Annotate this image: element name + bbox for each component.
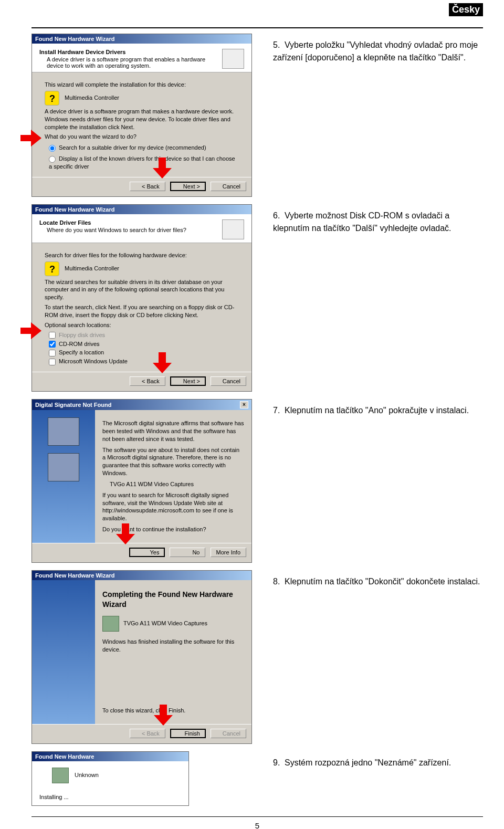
- device-header-icon: [222, 219, 244, 239]
- chk-winupdate-label: Microsoft Windows Update: [59, 358, 128, 364]
- dlg2-line2: The wizard searches for suitable drivers…: [45, 278, 239, 302]
- red-arrow-icon: [20, 322, 43, 339]
- red-arrow-icon: [116, 523, 135, 545]
- radio-opt2-label: Display a list of the known drivers for …: [49, 155, 235, 170]
- dlg5-title: Found New Hardware: [35, 753, 94, 760]
- dlg2-title: Found New Hardware Wizard: [35, 206, 114, 213]
- page-number: 5: [32, 816, 483, 829]
- dlg4-heading: Completing the Found New Hardware Wizard: [102, 590, 244, 610]
- next-button[interactable]: Next >: [170, 376, 206, 386]
- step-5-text: 5.Vyberte položku "Vyhledat vhodný ovlad…: [273, 34, 483, 64]
- check-cdrom[interactable]: CD-ROM drives: [49, 340, 239, 348]
- device-header-icon: [222, 49, 244, 69]
- radio-search-recommended[interactable]: Search for a suitable driver for my devi…: [49, 144, 239, 152]
- chk-floppy-label: Floppy disk drives: [59, 332, 105, 338]
- dlg4-line1: Windows has finished installing the soft…: [102, 638, 244, 654]
- disk-icon: [48, 417, 79, 446]
- next-button[interactable]: Next >: [170, 182, 206, 191]
- dialog-digital-signature: Digital Signature Not Found × The Micros…: [32, 399, 252, 563]
- close-icon[interactable]: ×: [240, 401, 248, 408]
- red-arrow-icon: [154, 705, 173, 727]
- step-6-row: Found New Hardware Wizard Locate Driver …: [32, 204, 483, 392]
- dlg3-p2: The software you are about to install do…: [102, 446, 244, 477]
- dlg1-sub: A device driver is a software program th…: [39, 55, 218, 69]
- question-icon: [45, 91, 59, 106]
- step-7-text: 7.Klepnutím na tlačítko "Ano" pokračujte…: [273, 399, 483, 417]
- cancel-button[interactable]: Cancel: [211, 376, 246, 386]
- dialog-completing-wizard: Found New Hardware Wizard Completing the…: [32, 570, 252, 744]
- check-specify[interactable]: Specify a location: [49, 349, 239, 356]
- dlg4-side-panel: [32, 580, 95, 724]
- dlg2-sub: Where do you want Windows to search for …: [39, 226, 218, 233]
- top-rule: [32, 27, 483, 28]
- dialog-install-drivers: Found New Hardware Wizard Install Hardwa…: [32, 34, 252, 197]
- step-6-text: 6.Vyberte možnost Disk CD-ROM s ovladači…: [273, 204, 483, 235]
- language-badge: Česky: [449, 3, 483, 16]
- step-5-row: Found New Hardware Wizard Install Hardwa…: [32, 34, 483, 197]
- dlg4-title: Found New Hardware Wizard: [35, 572, 114, 579]
- chk-specify-label: Specify a location: [59, 349, 104, 355]
- dlg2-heading: Locate Driver Files: [39, 219, 218, 226]
- dialog-locate-driver-files: Found New Hardware Wizard Locate Driver …: [32, 204, 252, 392]
- dlg5-device: Unknown: [75, 772, 99, 778]
- chk-cdrom-label: CD-ROM drives: [59, 341, 100, 347]
- back-button[interactable]: < Back: [130, 182, 165, 191]
- radio-display-list[interactable]: Display a list of the known drivers for …: [49, 155, 239, 171]
- no-button[interactable]: No: [170, 548, 205, 557]
- step-9-text: 9.Systém rozpozná jedno "Neznámé" zaříze…: [273, 751, 483, 769]
- finish-button[interactable]: Finish: [170, 729, 206, 738]
- step-7-row: Digital Signature Not Found × The Micros…: [32, 399, 483, 563]
- dlg1-device: Multimedia Controller: [65, 95, 119, 101]
- dlg3-device: TVGo A11 WDM Video Captures: [102, 480, 244, 488]
- device-icon: [102, 616, 119, 632]
- dlg1-prompt: What do you want the wizard to do?: [45, 133, 239, 141]
- dlg3-p3: If you want to search for Microsoft digi…: [102, 491, 244, 522]
- step-8-text: 8.Klepnutím na tlačítko "Dokončit" dokon…: [273, 570, 483, 588]
- dlg5-status: Installing ...: [39, 794, 181, 800]
- step-9-row: Found New Hardware Unknown Installing ..…: [32, 751, 483, 806]
- computer-icon: [48, 453, 79, 481]
- dialog-found-new-hardware: Found New Hardware Unknown Installing ..…: [32, 751, 189, 806]
- back-button[interactable]: < Back: [130, 376, 165, 386]
- step-8-row: Found New Hardware Wizard Completing the…: [32, 570, 483, 744]
- question-icon: [45, 261, 59, 276]
- dlg1-title: Found New Hardware Wizard: [35, 36, 114, 42]
- dlg4-line2: To close this wizard, click Finish.: [102, 707, 244, 715]
- dlg3-title: Digital Signature Not Found: [35, 402, 111, 408]
- cancel-button[interactable]: Cancel: [211, 182, 246, 191]
- dlg3-side-panel: [32, 410, 95, 543]
- check-winupdate[interactable]: Microsoft Windows Update: [49, 358, 239, 365]
- device-icon: [52, 768, 69, 783]
- cancel-button: Cancel: [211, 729, 246, 738]
- back-button: < Back: [130, 729, 165, 738]
- yes-button[interactable]: Yes: [129, 548, 165, 557]
- radio-opt1-label: Search for a suitable driver for my devi…: [59, 144, 206, 151]
- more-info-button[interactable]: More Info: [211, 548, 246, 557]
- check-floppy[interactable]: Floppy disk drives: [49, 331, 239, 339]
- dlg2-optlabel: Optional search locations:: [45, 321, 239, 329]
- dlg1-intro: This wizard will complete the installati…: [45, 81, 239, 89]
- dlg2-device: Multimedia Controller: [65, 265, 119, 271]
- red-arrow-icon: [153, 158, 172, 180]
- dlg1-heading: Install Hardware Device Drivers: [39, 49, 218, 55]
- dlg4-device: TVGo A11 WDM Video Captures: [123, 620, 207, 626]
- red-arrow-icon: [153, 352, 172, 374]
- dlg3-p1: The Microsoft digital signature affirms …: [102, 419, 244, 443]
- dlg2-line3: To start the search, click Next. If you …: [45, 303, 239, 319]
- dlg1-explain: A device driver is a software program th…: [45, 108, 239, 131]
- dlg2-line1: Search for driver files for the followin…: [45, 251, 239, 259]
- red-arrow-icon: [20, 130, 43, 146]
